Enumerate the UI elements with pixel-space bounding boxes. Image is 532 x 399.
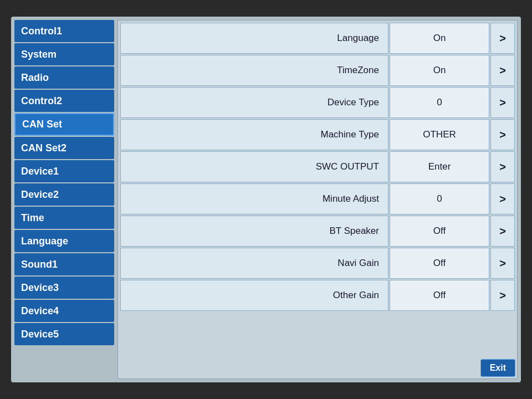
row-value-bt-speaker[interactable]: Off [390,216,489,247]
sidebar: Control1SystemRadioControl2CAN SetCAN Se… [14,20,114,379]
row-label-machine-type: Machine Type [120,119,388,150]
row-value-device-type[interactable]: 0 [390,87,489,118]
row-label-device-type: Device Type [120,87,388,118]
sidebar-item-control1[interactable]: Control1 [14,20,114,42]
row-label-bt-speaker: BT Speaker [120,216,388,247]
settings-row: Machine TypeOTHER> [120,119,515,150]
sidebar-item-control2[interactable]: Control2 [14,90,114,112]
settings-row: TimeZoneOn> [120,55,515,86]
sidebar-item-can-set[interactable]: CAN Set [14,113,114,136]
row-label-minute-adjust: Minute Adjust [120,183,388,214]
settings-row: LanguageOn> [120,23,515,54]
sidebar-item-device5[interactable]: Device5 [14,323,114,345]
row-value-timezone[interactable]: On [390,55,489,86]
row-label-swc-output: SWC OUTPUT [120,151,388,182]
row-arrow-device-type[interactable]: > [490,87,515,118]
row-arrow-language[interactable]: > [490,23,515,54]
sidebar-item-device4[interactable]: Device4 [14,300,114,322]
settings-row: BT SpeakerOff> [120,216,515,247]
settings-row: Minute Adjust0> [120,183,515,214]
row-arrow-machine-type[interactable]: > [490,119,515,150]
sidebar-item-device2[interactable]: Device2 [14,183,114,206]
row-arrow-navi-gain[interactable]: > [490,248,515,279]
screen: Control1SystemRadioControl2CAN SetCAN Se… [11,17,521,382]
row-value-navi-gain[interactable]: Off [390,248,489,279]
row-value-language[interactable]: On [390,23,489,54]
row-label-other-gain: Other Gain [120,280,388,311]
row-label-navi-gain: Navi Gain [120,248,388,279]
row-value-machine-type[interactable]: OTHER [390,119,489,150]
row-arrow-other-gain[interactable]: > [490,280,515,311]
sidebar-item-system[interactable]: System [14,43,114,65]
sidebar-item-sound1[interactable]: Sound1 [14,253,114,275]
settings-row: SWC OUTPUTEnter> [120,151,515,182]
exit-button[interactable]: Exit [480,359,515,377]
sidebar-item-device1[interactable]: Device1 [14,160,114,182]
row-value-other-gain[interactable]: Off [390,280,489,311]
row-label-timezone: TimeZone [120,55,388,86]
sidebar-item-language[interactable]: Language [14,230,114,252]
sidebar-item-can-set2[interactable]: CAN Set2 [14,137,114,159]
row-label-language: Language [120,23,388,54]
settings-row: Navi GainOff> [120,248,515,279]
settings-row: Device Type0> [120,87,515,118]
main-content: LanguageOn>TimeZoneOn>Device Type0>Machi… [117,20,518,379]
sidebar-item-radio[interactable]: Radio [14,66,114,89]
sidebar-item-device3[interactable]: Device3 [14,277,114,299]
sidebar-item-time[interactable]: Time [14,207,114,229]
row-arrow-minute-adjust[interactable]: > [490,183,515,214]
row-arrow-bt-speaker[interactable]: > [490,216,515,247]
settings-row: Other GainOff> [120,280,515,311]
row-value-swc-output[interactable]: Enter [390,151,489,182]
row-arrow-timezone[interactable]: > [490,55,515,86]
row-value-minute-adjust[interactable]: 0 [390,183,489,214]
row-arrow-swc-output[interactable]: > [490,151,515,182]
